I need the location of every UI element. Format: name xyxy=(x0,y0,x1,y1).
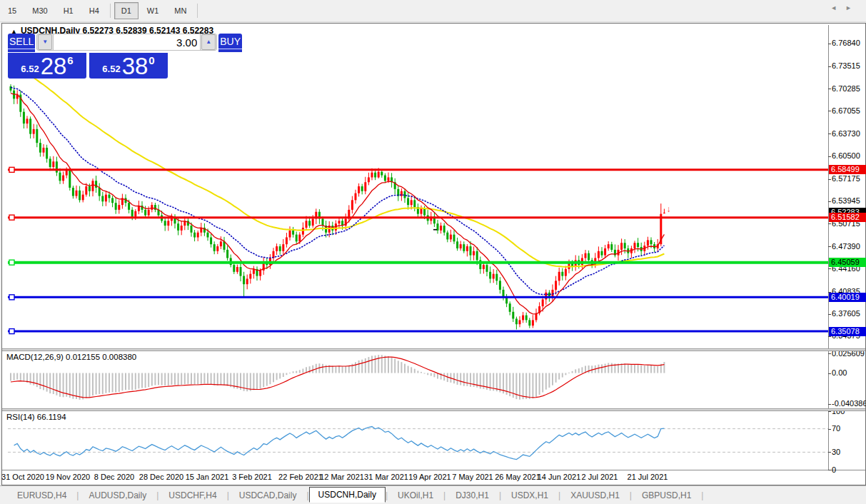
macd-bar xyxy=(299,370,301,373)
sell-button[interactable]: SELL xyxy=(8,34,35,52)
macd-bar xyxy=(171,373,172,385)
macd-bar xyxy=(76,373,77,399)
axis-tick xyxy=(828,133,831,134)
macd-bar xyxy=(154,373,156,385)
macd-bar xyxy=(36,373,38,388)
chart-tab-usdchf[interactable]: USDCHF,H4 xyxy=(158,488,226,503)
chart-tab-audusd[interactable]: AUDUSD,Daily xyxy=(79,488,156,503)
macd-bar xyxy=(404,364,406,373)
lot-size-input[interactable] xyxy=(53,34,201,51)
ma-fast-red xyxy=(11,94,664,314)
pane-splitter[interactable] xyxy=(2,408,865,411)
scroll-right-icon[interactable]: ► xyxy=(845,4,860,11)
timeframe-button-w1[interactable]: W1 xyxy=(140,2,166,19)
buy-price-big: 38 xyxy=(122,54,148,78)
lot-decrease-button[interactable]: ▼ xyxy=(38,34,52,50)
candles xyxy=(10,84,665,329)
price-tick-label: 6.63730 xyxy=(832,129,860,138)
chart-tab-usdx[interactable]: USDX,H1 xyxy=(501,488,558,503)
level-line-handle[interactable] xyxy=(9,329,14,334)
macd-bar xyxy=(654,366,655,373)
sell-price-box[interactable]: 6.52 28 6 xyxy=(8,53,86,79)
level-line-handle[interactable] xyxy=(9,260,14,265)
macd-bar xyxy=(650,366,652,373)
macd-bar xyxy=(365,358,366,373)
macd-bar xyxy=(624,363,625,373)
dash-marker xyxy=(433,229,437,231)
macd-label: MACD(12,26,9) 0.012155 0.008380 xyxy=(6,353,136,361)
macd-bar xyxy=(358,361,360,373)
chart-tab-usdcnh[interactable]: USDCNH,Daily xyxy=(309,487,386,503)
macd-bar xyxy=(279,373,281,379)
macd-bar xyxy=(470,373,471,387)
chart-tab-gbpusd[interactable]: GBPUSD,H1 xyxy=(632,488,701,503)
chart-tab-eurusd[interactable]: EURUSD,H4 xyxy=(7,488,76,503)
price-tick-label: 6.37605 xyxy=(832,309,860,318)
timeframe-button-h4[interactable]: H4 xyxy=(82,2,106,19)
macd-bar xyxy=(187,373,188,384)
chart-tab-dj30[interactable]: DJ30,H1 xyxy=(445,488,499,503)
scroll-left-icon[interactable]: ◄ xyxy=(830,4,845,11)
chart-tab-usdcad[interactable]: USDCAD,Daily xyxy=(229,488,307,503)
macd-bar xyxy=(92,373,94,395)
lot-increase-button[interactable]: ▲ xyxy=(201,34,216,50)
axis-tick xyxy=(828,404,831,405)
timeframe-button-mn[interactable]: MN xyxy=(167,2,193,19)
level-line-handle[interactable] xyxy=(9,167,14,172)
macd-bar xyxy=(96,373,97,395)
buy-button[interactable]: BUY xyxy=(218,34,242,52)
rsi-label: RSI(14) 66.1194 xyxy=(6,413,66,421)
macd-bar xyxy=(203,373,205,384)
date-tick-label: 31 Mar 2021 xyxy=(364,473,408,481)
chart-tab-xauusd[interactable]: XAUUSD,H1 xyxy=(560,488,630,503)
date-tick-label: 26 May 2021 xyxy=(495,473,540,481)
axis-tick xyxy=(828,246,831,247)
macd-bar xyxy=(371,356,373,373)
level-price-label: 6.51582 xyxy=(829,213,866,222)
price-tick-label: 6.67055 xyxy=(832,106,860,116)
date-tick-label: 8 Dec 2020 xyxy=(94,473,134,481)
macd-bar xyxy=(168,373,169,385)
macd-bar xyxy=(391,357,393,373)
macd-bar xyxy=(174,373,176,385)
macd-bar xyxy=(312,366,313,373)
timeframe-button-15[interactable]: 15 xyxy=(1,2,24,19)
macd-bar xyxy=(630,365,632,373)
macd-bar xyxy=(121,373,123,391)
level-line-handle[interactable] xyxy=(9,295,14,300)
timeframe-button-h1[interactable]: H1 xyxy=(56,2,81,19)
axis-tick xyxy=(828,111,831,111)
macd-bar xyxy=(39,373,41,390)
macd-bar xyxy=(53,373,54,394)
tab-scroll-arrows[interactable]: ◄► xyxy=(830,4,860,11)
buy-price-box[interactable]: 6.52 38 0 xyxy=(89,53,168,79)
macd-bar xyxy=(109,373,110,393)
macd-bar xyxy=(197,373,198,385)
rsi-canvas[interactable] xyxy=(8,411,828,470)
date-tick-label: 28 Dec 2020 xyxy=(139,473,183,481)
macd-bar xyxy=(16,373,18,380)
timeframe-button-d1[interactable]: D1 xyxy=(114,2,139,19)
macd-bar xyxy=(207,373,208,384)
chevron-up-icon: ▲ xyxy=(206,39,211,45)
level-line-handle[interactable] xyxy=(9,215,14,220)
date-tick-label: 3 Feb 2021 xyxy=(232,473,272,481)
price-tick-label: 6.73515 xyxy=(832,61,860,71)
pane-splitter[interactable] xyxy=(2,348,865,351)
chart-tab-ukoil[interactable]: UKOil,H1 xyxy=(388,488,443,503)
tab-separator: | xyxy=(701,490,703,500)
macd-bar xyxy=(63,373,64,398)
date-axis[interactable]: 31 Oct 202019 Nov 20208 Dec 202028 Dec 2… xyxy=(2,470,865,484)
date-tick-label: 15 Jan 2021 xyxy=(186,473,229,481)
macd-bar xyxy=(23,373,24,382)
price-tick-label: 6.57175 xyxy=(832,174,860,183)
timeframe-button-m30[interactable]: M30 xyxy=(25,2,54,19)
macd-bar xyxy=(581,367,583,373)
macd-bar xyxy=(102,373,104,394)
rsi-tick-label: 70 xyxy=(832,424,840,433)
macd-pane[interactable]: MACD(12,26,9) 0.012155 0.008380 xyxy=(2,351,865,408)
date-tick-label: 2 Jul 2021 xyxy=(582,473,618,481)
rsi-pane[interactable]: RSI(14) 66.1194 xyxy=(2,411,865,470)
sell-price-sup: 6 xyxy=(67,54,73,66)
macd-bar xyxy=(558,373,560,380)
